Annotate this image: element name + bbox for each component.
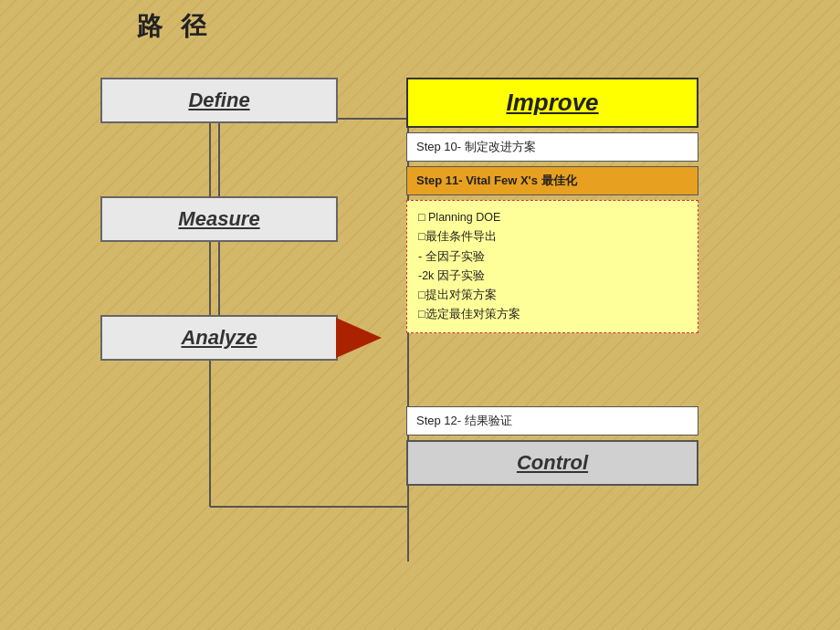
bullet-item-2: □最佳条件导出 xyxy=(418,227,687,247)
bullet-item-4: -2k 因子实验 xyxy=(418,267,687,286)
measure-box: Measure xyxy=(100,196,338,242)
bullet-item-3: - 全因子实验 xyxy=(418,247,687,267)
connector-line-1 xyxy=(218,123,220,196)
left-column: Define Measure Analyze xyxy=(91,78,347,361)
improve-box: Improve xyxy=(406,78,698,128)
step11-box: Step 11- Vital Few X's 最佳化 xyxy=(406,166,698,195)
page-title: 路 径 xyxy=(137,9,212,44)
bullet-item-1: □ Planning DOE xyxy=(418,208,687,227)
control-box: Control xyxy=(406,440,698,486)
right-panel: Improve Step 10- 制定改进方案 Step 11- Vital F… xyxy=(406,78,698,486)
bullet-list: □ Planning DOE □最佳条件导出 - 全因子实验 -2k 因子实验 … xyxy=(406,200,698,333)
step10-box: Step 10- 制定改进方案 xyxy=(406,132,698,162)
arrow-container xyxy=(336,318,382,362)
connector-line-2 xyxy=(218,242,220,315)
define-box: Define xyxy=(100,78,338,123)
bullet-item-6: □选定最佳对策方案 xyxy=(418,305,687,324)
right-arrow-icon xyxy=(336,318,382,358)
analyze-box: Analyze xyxy=(100,315,338,361)
bullet-item-5: □提出对策方案 xyxy=(418,286,687,305)
step12-box: Step 12- 结果验证 xyxy=(406,406,698,436)
